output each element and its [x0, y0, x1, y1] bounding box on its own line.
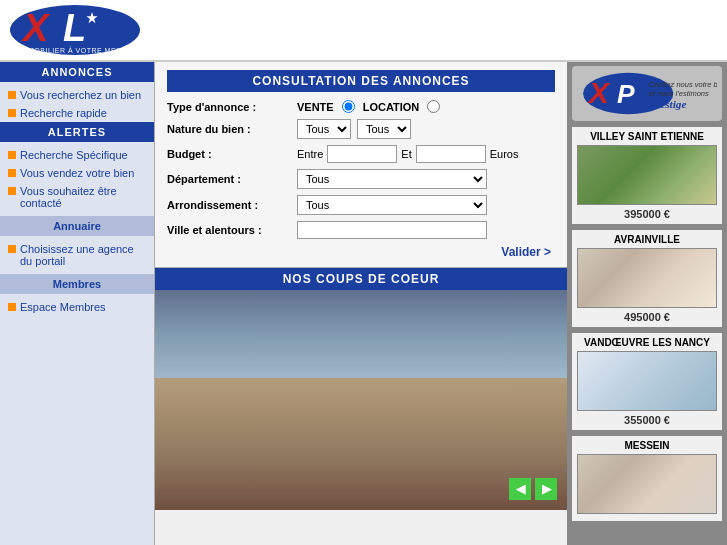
- dept-label: Département :: [167, 173, 297, 185]
- property-card-1[interactable]: AVRAINVILLE 495000 €: [572, 230, 722, 327]
- budget-controls: Entre Et Euros: [297, 145, 555, 163]
- location-label: LOCATION: [363, 101, 420, 113]
- right-sidebar: X P Confiez nous votre bien et nous l'es…: [567, 62, 727, 545]
- annonces-title: ANNONCES: [0, 62, 154, 82]
- ville-input[interactable]: [297, 221, 487, 239]
- coups-title: NOS COUPS DE COEUR: [155, 268, 567, 290]
- sidebar-item-recherche-bien[interactable]: Vous recherchez un bien: [0, 86, 154, 104]
- sidebar-item-etre-contacte[interactable]: Vous souhaitez être contacté: [0, 182, 154, 212]
- dept-row: Département : Tous: [167, 169, 555, 189]
- svg-text:Prestige: Prestige: [649, 98, 687, 110]
- property-location-3: MESSEIN: [624, 440, 669, 451]
- budget-min-input[interactable]: [327, 145, 397, 163]
- valider-button[interactable]: Valider >: [501, 245, 551, 259]
- dept-select[interactable]: Tous: [297, 169, 487, 189]
- sidebar-item-vendre-bien[interactable]: Vous vendez votre bien: [0, 164, 154, 182]
- valider-row: Valider >: [167, 245, 555, 259]
- property-thumb-3: [577, 454, 717, 514]
- arrond-row: Arrondissement : Tous: [167, 195, 555, 215]
- budget-label: Budget :: [167, 148, 297, 160]
- right-logo: X P Confiez nous votre bien et nous l'es…: [572, 66, 722, 121]
- alertes-title: ALERTES: [0, 122, 154, 142]
- left-sidebar: ANNONCES Vous recherchez un bien Recherc…: [0, 62, 155, 545]
- bullet-icon: [8, 245, 16, 253]
- sidebar-item-recherche-rapide[interactable]: Recherche rapide: [0, 104, 154, 122]
- sidebar-item-agence-portail[interactable]: Choisissez une agence du portail: [0, 240, 154, 270]
- property-price-0: 395000 €: [624, 208, 670, 220]
- euros-label: Euros: [490, 148, 519, 160]
- bullet-icon: [8, 169, 16, 177]
- dept-controls: Tous: [297, 169, 555, 189]
- budget-max-input[interactable]: [416, 145, 486, 163]
- prev-button[interactable]: ◀: [509, 478, 531, 500]
- consultation-title: CONSULTATION DES ANNONCES: [167, 70, 555, 92]
- building-image: [155, 290, 567, 510]
- vente-label: VENTE: [297, 101, 334, 113]
- arrond-label: Arrondissement :: [167, 199, 297, 211]
- bullet-icon: [8, 91, 16, 99]
- property-card-2[interactable]: VANDŒUVRE LES NANCY 355000 €: [572, 333, 722, 430]
- entre-label: Entre: [297, 148, 323, 160]
- sidebar-item-recherche-specifique[interactable]: Recherche Spécifique: [0, 146, 154, 164]
- svg-text:X: X: [21, 7, 51, 49]
- property-card-0[interactable]: VILLEY SAINT ETIENNE 395000 €: [572, 127, 722, 224]
- sidebar-item-espace-membres[interactable]: Espace Membres: [0, 298, 154, 316]
- property-location-2: VANDŒUVRE LES NANCY: [584, 337, 710, 348]
- property-thumb-2: [577, 351, 717, 411]
- location-radio[interactable]: [427, 100, 440, 113]
- svg-text:P: P: [617, 79, 635, 109]
- vente-radio[interactable]: [342, 100, 355, 113]
- coups-image: ◀ ▶: [155, 290, 567, 510]
- ville-controls: [297, 221, 555, 239]
- type-annonce-row: Type d'annonce : VENTE LOCATION: [167, 100, 555, 113]
- property-price-1: 495000 €: [624, 311, 670, 323]
- bullet-icon: [8, 303, 16, 311]
- consultation-section: CONSULTATION DES ANNONCES Type d'annonce…: [155, 62, 567, 268]
- nav-buttons: ◀ ▶: [509, 478, 557, 500]
- property-card-3[interactable]: MESSEIN: [572, 436, 722, 521]
- property-thumb-1: [577, 248, 717, 308]
- svg-text:X: X: [587, 76, 611, 109]
- arrond-controls: Tous: [297, 195, 555, 215]
- bullet-icon: [8, 187, 16, 195]
- type-annonce-controls: VENTE LOCATION: [297, 100, 555, 113]
- property-location-1: AVRAINVILLE: [614, 234, 680, 245]
- membres-title: Membres: [0, 274, 154, 294]
- main-content: CONSULTATION DES ANNONCES Type d'annonce…: [155, 62, 567, 545]
- arrond-select[interactable]: Tous: [297, 195, 487, 215]
- nature-select-2[interactable]: Tous: [357, 119, 411, 139]
- bullet-icon: [8, 109, 16, 117]
- et-label: Et: [401, 148, 411, 160]
- header: X L L'IMMOBILIER À VOTRE MESURE: [0, 0, 727, 62]
- property-thumb-0: [577, 145, 717, 205]
- property-location-0: VILLEY SAINT ETIENNE: [590, 131, 704, 142]
- ville-row: Ville et alentours :: [167, 221, 555, 239]
- budget-row: Budget : Entre Et Euros: [167, 145, 555, 163]
- type-annonce-label: Type d'annonce :: [167, 101, 297, 113]
- nature-bien-controls: Tous Tous: [297, 119, 555, 139]
- logo-container: X L L'IMMOBILIER À VOTRE MESURE: [8, 3, 143, 58]
- prestige-logo-svg: X P Confiez nous votre bien et nous l'es…: [577, 70, 717, 117]
- svg-text:Confiez nous votre bien: Confiez nous votre bien: [649, 80, 717, 89]
- svg-text:L: L: [63, 7, 86, 49]
- svg-text:L'IMMOBILIER À VOTRE MESURE: L'IMMOBILIER À VOTRE MESURE: [13, 46, 138, 54]
- nature-select-1[interactable]: Tous: [297, 119, 351, 139]
- ville-label: Ville et alentours :: [167, 224, 297, 236]
- nature-bien-label: Nature du bien :: [167, 123, 297, 135]
- bullet-icon: [8, 151, 16, 159]
- site-logo: X L L'IMMOBILIER À VOTRE MESURE: [8, 3, 143, 58]
- property-price-2: 355000 €: [624, 414, 670, 426]
- annuaire-title: Annuaire: [0, 216, 154, 236]
- next-button[interactable]: ▶: [535, 478, 557, 500]
- coups-section: NOS COUPS DE COEUR ◀ ▶: [155, 268, 567, 545]
- nature-bien-row: Nature du bien : Tous Tous: [167, 119, 555, 139]
